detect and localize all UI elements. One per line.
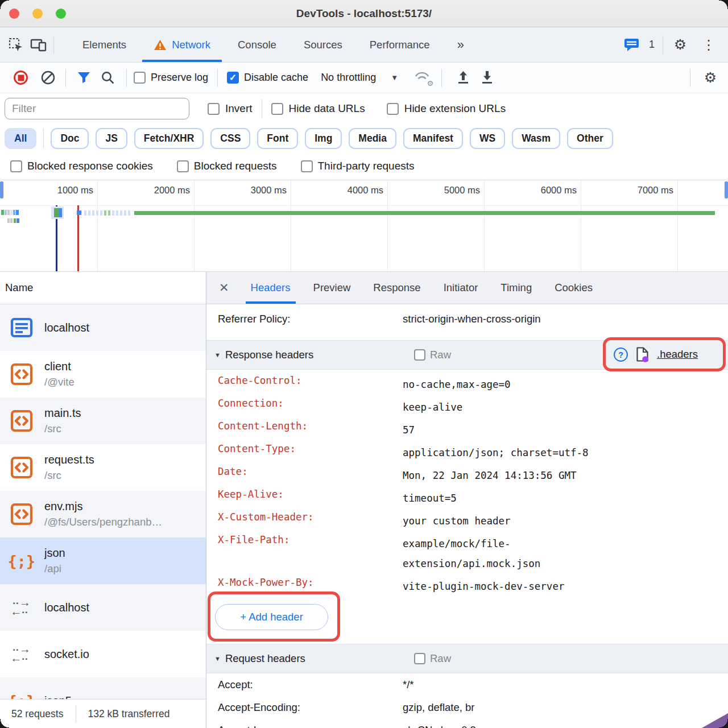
gridline [484, 180, 485, 271]
filter-input[interactable] [5, 98, 189, 119]
network-toolbar: Preserve log Disable cache No throttling… [0, 63, 728, 93]
more-tabs-chevron[interactable]: » [444, 27, 478, 62]
filter-chip-wasm[interactable]: Wasm [512, 128, 560, 149]
option-label: Blocked response cookies [27, 160, 153, 172]
request-name: socket.io [44, 648, 89, 661]
titlebar: DevTools - localhost:5173/ [0, 0, 728, 27]
websocket-icon: ··→←·· [10, 645, 33, 663]
header-name: Accept-Language: [206, 724, 403, 728]
checkbox[interactable] [301, 160, 313, 172]
disable-cache-checkbox[interactable] [227, 72, 239, 84]
filter-chip-font[interactable]: Font [257, 128, 298, 149]
header-value: your custom header [403, 506, 511, 531]
throttling-dropdown[interactable]: No throttling ▼ [321, 72, 398, 84]
request-name: localhost [44, 321, 89, 334]
device-toolbar-icon[interactable] [27, 34, 50, 56]
overview-right-handle[interactable] [725, 181, 728, 198]
request-row-localhost[interactable]: ··→←··localhost [0, 584, 206, 631]
request-row-json[interactable]: {;}json/api [0, 537, 206, 584]
filter-chip-all[interactable]: All [5, 128, 36, 149]
add-header-button[interactable]: + Add header [215, 604, 328, 630]
waterfall-bar [134, 211, 715, 215]
response-raw-checkbox[interactable] [414, 349, 425, 361]
hide-data-urls-checkbox[interactable] [271, 103, 283, 115]
tab-console[interactable]: Console [224, 27, 290, 62]
json-icon: {;} [10, 552, 33, 570]
waterfall-bar [124, 210, 126, 216]
waterfall-bar [100, 210, 102, 216]
record-network-log-button[interactable] [14, 71, 28, 85]
details-tab-initiator[interactable]: Initiator [439, 272, 483, 304]
divider [126, 69, 127, 87]
tab-sources[interactable]: Sources [290, 27, 356, 62]
request-text: socket.io [44, 648, 89, 661]
file-override-icon[interactable] [636, 346, 649, 362]
request-header-row: Accept-Language:zh-CN,zh;q=0.9 [206, 719, 728, 728]
help-icon[interactable]: ? [614, 348, 628, 362]
network-settings-gear-icon[interactable]: ⚙ [698, 66, 722, 90]
request-path: /src [44, 469, 94, 482]
checkbox[interactable] [177, 160, 189, 172]
close-details-icon[interactable]: ✕ [219, 281, 229, 295]
settings-gear-icon[interactable]: ⚙ [669, 34, 692, 56]
inspect-element-icon[interactable] [5, 34, 27, 56]
filter-chip-media[interactable]: Media [349, 128, 396, 149]
request-raw-checkbox[interactable] [414, 653, 425, 664]
request-row-main.ts[interactable]: main.ts/src [0, 398, 206, 444]
waterfall-bar [7, 218, 10, 223]
tick-label: 1000 ms [57, 185, 97, 196]
name-column-header[interactable]: Name [0, 272, 206, 304]
invert-checkbox[interactable] [208, 103, 220, 115]
details-tab-response[interactable]: Response [368, 272, 425, 304]
script-icon [10, 456, 33, 479]
overview-left-handle[interactable] [0, 181, 3, 198]
checkbox[interactable] [10, 160, 22, 172]
preserve-log-checkbox[interactable] [134, 72, 146, 84]
details-tab-cookies[interactable]: Cookies [549, 272, 598, 304]
clear-network-log-icon[interactable] [36, 66, 60, 90]
response-header-row: Date:Mon, 22 Jan 2024 14:13:56 GMT [206, 461, 728, 483]
search-icon[interactable] [96, 66, 119, 90]
request-details-panel: ✕ HeadersPreviewResponseInitiatorTimingC… [206, 272, 728, 728]
filter-funnel-icon[interactable] [72, 66, 96, 90]
collapse-triangle-icon[interactable]: ▼ [214, 351, 221, 358]
request-row-socket.io[interactable]: ··→←··socket.io [0, 631, 206, 677]
request-row-client[interactable]: client/@vite [0, 351, 206, 398]
collapse-triangle-icon[interactable]: ▼ [214, 655, 221, 662]
header-name: Referrer Policy: [206, 313, 403, 325]
details-tab-headers[interactable]: Headers [246, 272, 296, 304]
tab-performance[interactable]: Performance [356, 27, 444, 62]
filter-chip-img[interactable]: Img [305, 128, 342, 149]
waterfall-bar [120, 210, 122, 216]
request-row-json5[interactable]: {;}json5 [0, 677, 206, 699]
divider [262, 99, 262, 118]
filter-chip-css[interactable]: CSS [210, 128, 250, 149]
import-har-icon[interactable] [451, 66, 475, 90]
more-options-kebab-icon[interactable]: ⋮ [697, 34, 720, 56]
request-headers-section[interactable]: ▼ Request headers Raw [206, 644, 728, 673]
header-value: timeout=5 [403, 483, 457, 508]
tab-label: Network [172, 39, 210, 51]
network-overview-timeline[interactable]: 1000 ms2000 ms3000 ms4000 ms5000 ms6000 … [0, 180, 728, 272]
filter-chip-js[interactable]: JS [96, 128, 127, 149]
request-row-localhost[interactable]: localhost [0, 304, 206, 351]
tab-elements[interactable]: Elements [69, 27, 140, 62]
tab-network[interactable]: Network [140, 27, 224, 62]
header-name: Cache-Control: [206, 370, 403, 386]
request-headers-title: Request headers [225, 652, 305, 665]
request-row-env.mjs[interactable]: env.mjs/@fs/Users/pengzhanb… [0, 491, 206, 537]
filter-chip-fetch-xhr[interactable]: Fetch/XHR [134, 128, 204, 149]
filter-chip-other[interactable]: Other [567, 128, 613, 149]
filter-chip-manifest[interactable]: Manifest [403, 128, 463, 149]
request-headers-list: Accept:*/*Accept-Encoding:gzip, deflate,… [206, 673, 728, 728]
console-messages-icon[interactable] [621, 34, 643, 56]
filter-chip-ws[interactable]: WS [470, 128, 505, 149]
details-tab-preview[interactable]: Preview [308, 272, 356, 304]
filter-chip-doc[interactable]: Doc [51, 128, 89, 149]
details-tab-timing[interactable]: Timing [495, 272, 537, 304]
export-har-icon[interactable] [475, 66, 499, 90]
request-row-request.ts[interactable]: request.ts/src [0, 444, 206, 491]
headers-file-link[interactable]: .headers [657, 348, 698, 361]
network-conditions-icon[interactable]: ⚙ [413, 70, 432, 86]
hide-extension-urls-checkbox[interactable] [387, 103, 399, 115]
